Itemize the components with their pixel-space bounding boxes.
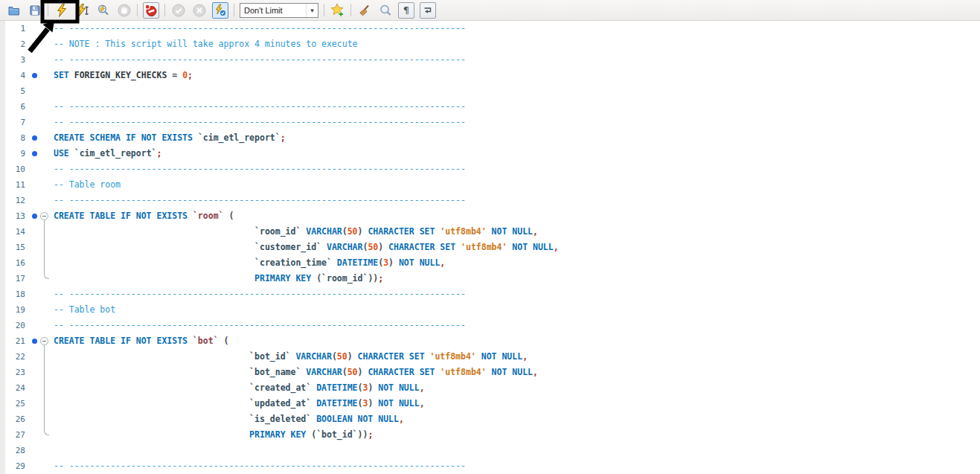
code-text: -- -------------------------------------…	[54, 99, 466, 115]
fold-collapse-icon[interactable]	[40, 212, 48, 220]
line-number: 18	[0, 286, 25, 302]
fold-line	[44, 380, 45, 396]
line-number: 8	[0, 130, 25, 146]
code-line[interactable]: 1-- ------------------------------------…	[0, 21, 980, 36]
statement-marker-dot	[32, 214, 37, 219]
code-text: -- -------------------------------------…	[54, 286, 466, 302]
code-line[interactable]: 19-- Table bot	[0, 302, 980, 318]
line-number: 4	[0, 68, 25, 83]
row-limit-value: Don't Limit	[244, 6, 306, 15]
line-number: 24	[0, 380, 25, 396]
line-number: 14	[0, 224, 25, 240]
line-number: 13	[0, 208, 25, 224]
line-number: 17	[0, 271, 25, 286]
line-number: 26	[0, 411, 25, 427]
toggle-autocommit-button[interactable]	[212, 2, 228, 19]
beautify-script-button[interactable]	[356, 2, 372, 19]
line-number: 27	[0, 427, 25, 443]
code-line[interactable]: 9USE `cim_etl_report`;	[0, 146, 980, 161]
code-text: -- -------------------------------------…	[54, 193, 466, 208]
rollback-cross-icon	[193, 4, 206, 17]
code-line[interactable]: 23 `bot_name` VARCHAR(50) CHARACTER SET …	[0, 365, 980, 380]
code-text: -- Table room	[54, 177, 121, 193]
gutter-markers	[25, 83, 54, 99]
toggle-invisible-characters-button[interactable]: ¶	[398, 2, 414, 19]
line-number: 12	[0, 193, 25, 208]
code-text: SET FOREIGN_KEY_CHECKS = 0;	[54, 68, 193, 83]
stop-on-error-icon	[144, 4, 158, 17]
sql-code-editor[interactable]: 1-- ------------------------------------…	[0, 21, 980, 474]
code-line[interactable]: 28	[0, 443, 980, 458]
code-line[interactable]: 6-- ------------------------------------…	[0, 99, 980, 115]
toolbar-separator	[324, 4, 324, 16]
gutter-markers	[25, 130, 54, 146]
fold-line-end	[44, 427, 49, 435]
toggle-stop-on-error-button[interactable]	[143, 2, 159, 19]
gutter-markers	[25, 458, 54, 474]
save-snippet-button[interactable]	[330, 2, 345, 19]
code-line[interactable]: 13CREATE TABLE IF NOT EXISTS `room` (	[0, 208, 980, 224]
code-line[interactable]: 5	[0, 83, 980, 99]
line-number: 22	[0, 349, 25, 365]
execute-script-button[interactable]	[54, 2, 69, 19]
code-line[interactable]: 16 `creation_time` DATETIME(3) NOT NULL,	[0, 255, 980, 271]
gutter-markers	[25, 271, 54, 286]
code-line[interactable]: 25 `updated_at` DATETIME(3) NOT NULL,	[0, 396, 980, 411]
line-number: 7	[0, 115, 25, 130]
code-line[interactable]: 18-- -----------------------------------…	[0, 286, 980, 302]
execute-current-statement-button[interactable]	[74, 2, 90, 19]
fold-line-end	[44, 271, 49, 279]
fold-line	[44, 224, 45, 240]
broom-icon	[358, 4, 371, 17]
code-text: -- -------------------------------------…	[54, 318, 466, 333]
code-line[interactable]: 20-- -----------------------------------…	[0, 318, 980, 333]
fold-line	[44, 396, 45, 411]
code-text: `is_deleted` BOOLEAN NOT NULL,	[54, 411, 404, 427]
stop-execution-button	[116, 2, 132, 19]
gutter-markers	[25, 365, 54, 380]
toolbar-separator	[234, 4, 234, 16]
code-line[interactable]: 12-- -----------------------------------…	[0, 193, 980, 208]
code-line[interactable]: 26 `is_deleted` BOOLEAN NOT NULL,	[0, 411, 980, 427]
sql-editor-toolbar: Don't Limit ▾ ¶	[0, 0, 980, 21]
save-script-button[interactable]	[27, 2, 42, 19]
gutter-markers	[25, 146, 54, 161]
code-line[interactable]: 22 `bot_id` VARCHAR(50) CHARACTER SET 'u…	[0, 349, 980, 365]
code-text: CREATE TABLE IF NOT EXISTS `bot` (	[54, 333, 228, 349]
code-line[interactable]: 17 PRIMARY KEY (`room_id`));	[0, 271, 980, 286]
code-line[interactable]: 11-- Table room	[0, 177, 980, 193]
line-number: 5	[0, 83, 25, 99]
code-line[interactable]: 2-- NOTE : This script will take approx …	[0, 36, 980, 52]
code-text: `bot_name` VARCHAR(50) CHARACTER SET 'ut…	[54, 365, 538, 380]
code-line[interactable]: 7-- ------------------------------------…	[0, 115, 980, 130]
toggle-word-wrap-button[interactable]	[420, 2, 436, 19]
code-line[interactable]: 24 `created_at` DATETIME(3) NOT NULL,	[0, 380, 980, 396]
fold-line	[44, 349, 45, 365]
toolbar-separator	[137, 4, 138, 16]
gutter-markers	[25, 443, 54, 458]
line-number: 19	[0, 302, 25, 318]
explain-plan-button[interactable]	[95, 2, 111, 19]
rollback-button	[191, 2, 207, 19]
code-line[interactable]: 29-- -----------------------------------…	[0, 458, 980, 474]
code-line[interactable]: 3-- ------------------------------------…	[0, 52, 980, 68]
open-script-button[interactable]	[6, 2, 22, 19]
code-line[interactable]: 4SET FOREIGN_KEY_CHECKS = 0;	[0, 68, 980, 83]
code-line[interactable]: 27 PRIMARY KEY (`bot_id`));	[0, 427, 980, 443]
gutter-markers	[25, 177, 54, 193]
code-line[interactable]: 10-- -----------------------------------…	[0, 161, 980, 177]
code-line[interactable]: 21CREATE TABLE IF NOT EXISTS `bot` (	[0, 333, 980, 349]
line-number: 29	[0, 458, 25, 474]
fold-line	[44, 411, 45, 427]
code-line[interactable]: 8CREATE SCHEMA IF NOT EXISTS `cim_etl_re…	[0, 130, 980, 146]
code-text: -- -------------------------------------…	[54, 458, 466, 474]
gutter-markers	[25, 21, 54, 36]
line-number: 1	[0, 21, 25, 36]
gutter-markers	[25, 380, 54, 396]
code-line[interactable]: 15 `customer_id` VARCHAR(50) CHARACTER S…	[0, 240, 980, 255]
gutter-markers	[25, 286, 54, 302]
find-button[interactable]	[377, 2, 393, 19]
fold-collapse-icon[interactable]	[40, 337, 48, 345]
row-limit-dropdown[interactable]: Don't Limit ▾	[240, 3, 318, 18]
code-line[interactable]: 14 `room_id` VARCHAR(50) CHARACTER SET '…	[0, 224, 980, 240]
